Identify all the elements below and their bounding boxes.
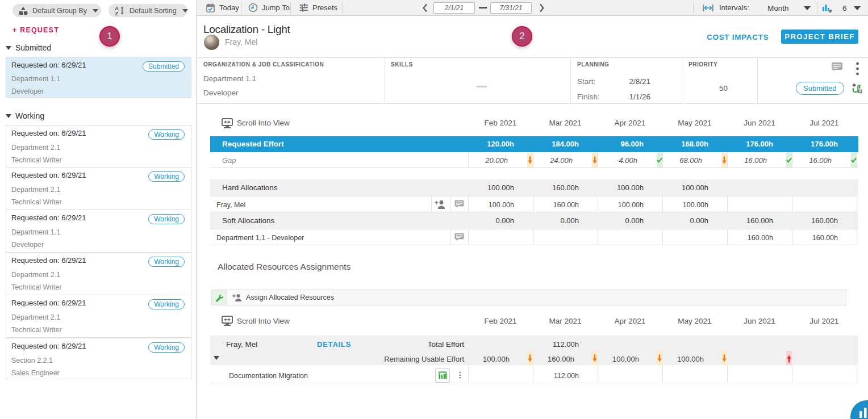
svg-text:#: #	[829, 9, 832, 13]
svg-text:Z: Z	[115, 10, 119, 16]
